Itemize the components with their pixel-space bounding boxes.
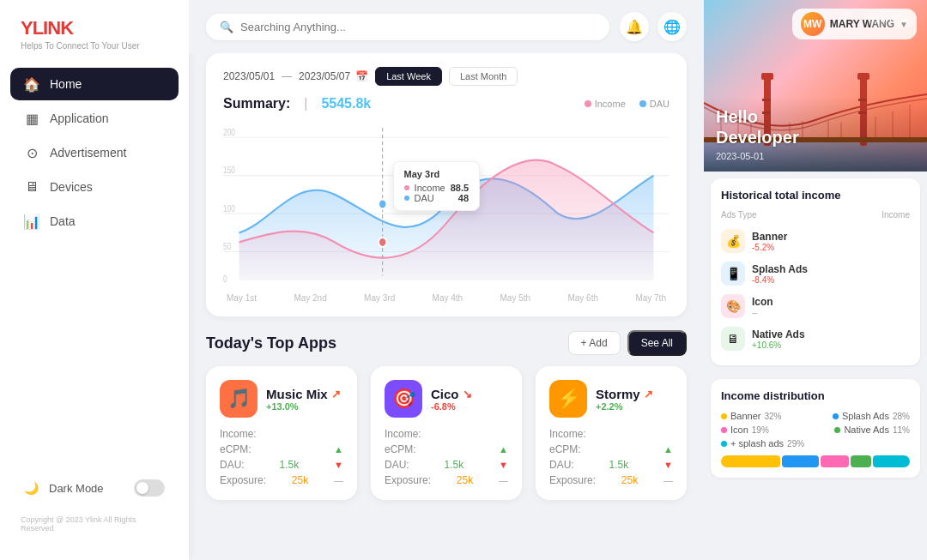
sidebar-item-application[interactable]: ▦ Application (10, 102, 179, 135)
dau-arrow-cico: ▼ (499, 460, 508, 470)
app-icon-music-mix: 🎵 (220, 380, 258, 418)
summary-label: Summary: (223, 96, 290, 111)
date-from: 2023/05/01 (223, 70, 275, 82)
income-row-banner: 💰 Banner -5.2% (721, 225, 910, 257)
income-col-label: Income (882, 210, 910, 220)
dark-mode-toggle[interactable] (134, 479, 165, 497)
dist-native-pct: 11% (893, 425, 910, 435)
banner-name: Banner (752, 231, 910, 243)
dist-native: Native Ads 11% (834, 425, 910, 435)
app-stats-music-mix: Income: eCPM: ▲ DAU: 1.5k ▼ Exposure: 25… (220, 428, 343, 486)
weather-badge: 18°C ☁ (868, 10, 915, 28)
globe-icon: 🌐 (663, 19, 681, 35)
distribution-title: Income distribution (721, 389, 910, 402)
legend-dau-label: DAU (650, 99, 670, 109)
income-table-header: Ads Type Income (721, 210, 910, 220)
income-info-splash: Splash Ads -8.4% (752, 263, 910, 285)
dist-native-label: Native Ads (844, 425, 889, 435)
dist-splash2-pct: 29% (787, 439, 804, 449)
sidebar-item-home[interactable]: 🏠 Home (10, 68, 179, 100)
dist-splash: Splash Ads 28% (833, 411, 910, 421)
app-change-cico: -6.8% (431, 401, 508, 412)
sidebar-item-devices[interactable]: 🖥 Devices (10, 171, 179, 203)
native-name: Native Ads (752, 328, 910, 340)
add-button[interactable]: + Add (568, 331, 621, 355)
hero-overlay: Hello Developer 2023-05-01 (704, 96, 927, 172)
date-separator: — (282, 70, 292, 82)
see-all-button[interactable]: See All (627, 330, 687, 356)
dist-row-3: + splash ads 29% (721, 438, 910, 449)
app-name-area-cico: Cico ↘ -6.8% (431, 387, 508, 412)
dau-arrow-stormy: ▼ (663, 460, 673, 470)
top-apps-title: Today's Top Apps (206, 334, 336, 352)
dist-banner-label: Banner (730, 411, 760, 421)
splash-icon: 📱 (721, 262, 745, 286)
banner-change: -5.2% (752, 243, 910, 252)
svg-text:150: 150 (223, 166, 235, 176)
historical-title: Historical total income (721, 189, 910, 202)
globe-icon-btn[interactable]: 🌐 (657, 12, 687, 41)
stat-income-music-mix: Income: (220, 428, 343, 440)
sidebar-item-data[interactable]: 📊 Data (10, 205, 179, 238)
svg-text:50: 50 (223, 243, 231, 252)
dist-row-2: Icon 19% Native Ads 11% (721, 425, 910, 435)
stat-income-cico: Income: (385, 428, 508, 440)
x-label-5: May 6th (567, 293, 598, 303)
nav-items: 🏠 Home ▦ Application ⊙ Advertisement 🖥 D… (0, 68, 189, 471)
last-week-btn[interactable]: Last Week (375, 67, 442, 86)
data-icon: 📊 (24, 214, 39, 229)
dist-banner-pct: 32% (764, 412, 781, 421)
sidebar-label-application: Application (50, 111, 109, 125)
logo: YLINK (21, 17, 168, 39)
trend-icon-cico: ↘ (463, 388, 472, 400)
dist-splash2-label: + splash ads (730, 438, 784, 449)
dist-splash-pct: 28% (893, 412, 910, 421)
home-icon: 🏠 (24, 76, 39, 92)
notification-icon[interactable]: 🔔 (620, 12, 649, 41)
copyright-text: Copyright @ 2023 Ylink All Rights Reserv… (0, 505, 189, 543)
devices-icon: 🖥 (24, 179, 39, 195)
logo-subtitle: Helps To Connect To Your User (21, 41, 168, 51)
app-name-music-mix: Music Mix ↗ (266, 387, 343, 401)
search-bar[interactable]: 🔍 (206, 14, 609, 40)
distribution-section: Income distribution Banner 32% Splash Ad… (711, 379, 920, 478)
date-row: 2023/05/01 — 2023/05/07 📅 Last Week Last… (223, 67, 670, 86)
last-month-btn[interactable]: Last Month (449, 67, 518, 86)
bar-splash2 (873, 455, 910, 467)
search-input[interactable] (240, 21, 596, 33)
sidebar-item-advertisement[interactable]: ⊙ Advertisement (10, 136, 179, 169)
app-name-area-music-mix: Music Mix ↗ +13.0% (266, 387, 343, 412)
ecpm-arrow-cico: ▲ (499, 444, 508, 455)
app-icon-cico: 🎯 (385, 380, 422, 418)
income-row-native: 🖥 Native Ads +10.6% (721, 322, 910, 355)
app-header-stormy: ⚡ Stormy ↗ +2.2% (549, 380, 673, 418)
income-info-icon: Icon -- (752, 296, 910, 317)
icon-name: Icon (752, 296, 910, 308)
dist-icon-label: Icon (730, 425, 748, 435)
ecpm-arrow-music-mix: ▲ (334, 444, 343, 455)
exposure-dash-stormy: — (663, 475, 673, 485)
stat-exposure-cico: Exposure: 25k — (385, 474, 508, 486)
banner-icon: 💰 (721, 229, 745, 253)
summary-value: 5545.8k (321, 96, 371, 111)
legend-income: Income (585, 99, 626, 109)
stat-exposure-music-mix: Exposure: 25k — (220, 474, 343, 486)
dist-icon-pct: 19% (752, 425, 769, 435)
dark-mode-row: 🌙 Dark Mode (0, 471, 189, 505)
chart-legend: Income DAU (585, 99, 670, 109)
splash-change: -8.4% (752, 275, 910, 285)
app-header-music-mix: 🎵 Music Mix ↗ +13.0% (220, 380, 343, 418)
trend-icon-stormy: ↗ (644, 388, 653, 400)
legend-income-label: Income (595, 99, 626, 109)
svg-text:200: 200 (223, 128, 235, 137)
dark-mode-label: Dark Mode (49, 482, 104, 495)
x-label-3: May 4th (433, 293, 464, 303)
svg-rect-16 (857, 73, 869, 80)
distribution-bar (721, 455, 910, 467)
summary-row: Summary: | 5545.8k Income DAU (223, 96, 670, 111)
stat-ecpm-cico: eCPM: ▲ (385, 443, 508, 455)
ads-type-label: Ads Type (721, 210, 757, 220)
splash-name: Splash Ads (752, 263, 910, 275)
app-card-music-mix: 🎵 Music Mix ↗ +13.0% Income: eCPM: (206, 366, 357, 500)
topbar: 🔍 🔔 🌐 (189, 0, 704, 53)
